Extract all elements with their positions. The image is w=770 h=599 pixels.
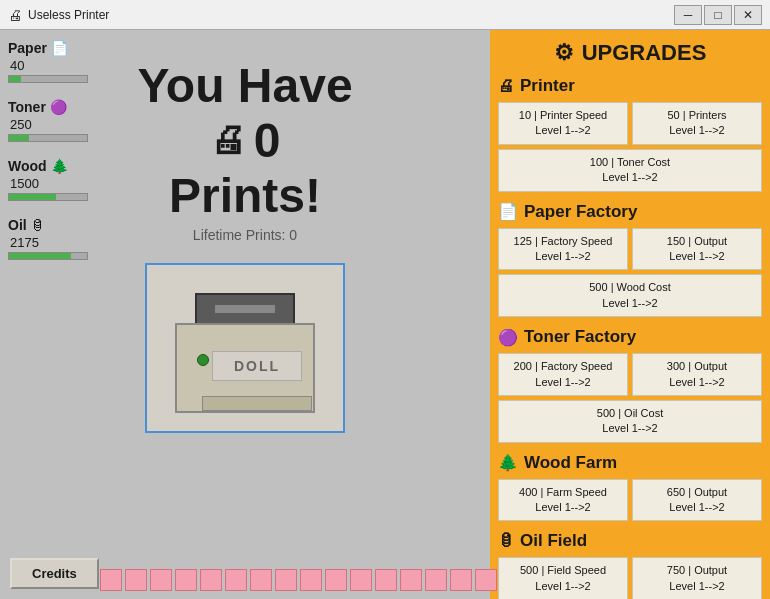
section-wood-label: Wood Farm [524, 453, 617, 473]
pink-box [350, 569, 372, 591]
printer-upgrade-grid: 10 | Printer SpeedLevel 1-->2 50 | Print… [498, 102, 762, 145]
toner-upgrade-grid-2: 500 | Oil CostLevel 1-->2 [498, 400, 762, 443]
printer-body: DOLL [175, 323, 315, 413]
paper-bar-bg [8, 75, 88, 83]
bottom-boxes [100, 569, 497, 591]
title-bar: 🖨 Useless Printer ─ □ ✕ [0, 0, 770, 30]
upgrade-section-oil-field: 🛢 Oil Field 500 | Field SpeedLevel 1-->2… [498, 531, 762, 599]
wood-bar-bg [8, 193, 88, 201]
paper-factory-speed-upgrade[interactable]: 125 | Factory SpeedLevel 1-->2 [498, 228, 628, 271]
oil-bar-bg [8, 252, 88, 260]
pink-box [250, 569, 272, 591]
resource-wood: Wood 🌲 1500 [8, 158, 88, 201]
printer-speed-upgrade[interactable]: 10 | Printer SpeedLevel 1-->2 [498, 102, 628, 145]
upgrades-label: UPGRADES [582, 40, 707, 66]
prints-label: Prints! [137, 168, 352, 223]
pixel-printer: DOLL [165, 283, 325, 413]
upgrades-title: ⚙ UPGRADES [498, 40, 762, 66]
paper-bar-fill [9, 76, 21, 82]
wood-icon: 🌲 [51, 158, 68, 174]
minimize-button[interactable]: ─ [674, 5, 702, 25]
wood-upgrade-grid: 400 | Farm SpeedLevel 1-->2 650 | Output… [498, 479, 762, 522]
section-wood-icon: 🌲 [498, 453, 518, 472]
section-paper-icon: 📄 [498, 202, 518, 221]
left-panel: Paper 📄 40 Toner 🟣 250 [0, 30, 490, 599]
printer-upgrade-grid-2: 100 | Toner CostLevel 1-->2 [498, 149, 762, 192]
main-container: Paper 📄 40 Toner 🟣 250 [0, 30, 770, 599]
printer-image-area: DOLL [145, 263, 345, 433]
upgrade-section-paper-factory: 📄 Paper Factory 125 | Factory SpeedLevel… [498, 202, 762, 318]
toner-cost-upgrade[interactable]: 100 | Toner CostLevel 1-->2 [498, 149, 762, 192]
printers-count-upgrade[interactable]: 50 | PrintersLevel 1-->2 [632, 102, 762, 145]
resources-panel: Paper 📄 40 Toner 🟣 250 [8, 40, 88, 260]
upgrade-section-toner-factory: 🟣 Toner Factory 200 | Factory SpeedLevel… [498, 327, 762, 443]
printer-power-button [197, 354, 209, 366]
maximize-button[interactable]: □ [704, 5, 732, 25]
pink-box [375, 569, 397, 591]
pink-box [275, 569, 297, 591]
toner-factory-speed-upgrade[interactable]: 200 | Factory SpeedLevel 1-->2 [498, 353, 628, 396]
section-toner-title: 🟣 Toner Factory [498, 327, 762, 347]
oil-bar-fill [9, 253, 71, 259]
app-icon: 🖨 [8, 7, 22, 23]
printer-slot [215, 305, 275, 313]
pink-box [225, 569, 247, 591]
you-have-prints: You Have 🖨 0 Prints! Lifetime Prints: 0 [137, 60, 352, 243]
paper-upgrade-grid: 125 | Factory SpeedLevel 1-->2 150 | Out… [498, 228, 762, 271]
pink-box [400, 569, 422, 591]
toner-bar-fill [9, 135, 29, 141]
pink-box [450, 569, 472, 591]
credits-button[interactable]: Credits [10, 558, 99, 589]
upgrades-panel: ⚙ UPGRADES 🖨 Printer 10 | Printer SpeedL… [490, 30, 770, 599]
wood-farm-speed-upgrade[interactable]: 400 | Farm SpeedLevel 1-->2 [498, 479, 628, 522]
printer-count-icon: 🖨 [210, 119, 246, 161]
wood-bar-fill [9, 194, 56, 200]
pink-box [125, 569, 147, 591]
section-oil-icon: 🛢 [498, 532, 514, 550]
section-toner-icon: 🟣 [498, 328, 518, 347]
section-printer-icon: 🖨 [498, 77, 514, 95]
app-title: Useless Printer [28, 8, 109, 22]
resource-oil: Oil 🛢 2175 [8, 217, 88, 260]
oil-field-speed-upgrade[interactable]: 500 | Field SpeedLevel 1-->2 [498, 557, 628, 599]
section-wood-title: 🌲 Wood Farm [498, 453, 762, 473]
section-oil-label: Oil Field [520, 531, 587, 551]
oil-cost-upgrade[interactable]: 500 | Oil CostLevel 1-->2 [498, 400, 762, 443]
pink-box [475, 569, 497, 591]
oil-icon: 🛢 [31, 217, 45, 233]
paper-icon: 📄 [51, 40, 68, 56]
print-count-value: 0 [254, 113, 281, 168]
section-printer-title: 🖨 Printer [498, 76, 762, 96]
section-paper-title: 📄 Paper Factory [498, 202, 762, 222]
toner-output-upgrade[interactable]: 300 | OutputLevel 1-->2 [632, 353, 762, 396]
toner-upgrade-grid: 200 | Factory SpeedLevel 1-->2 300 | Out… [498, 353, 762, 396]
wood-cost-upgrade[interactable]: 500 | Wood CostLevel 1-->2 [498, 274, 762, 317]
resource-toner: Toner 🟣 250 [8, 99, 88, 142]
section-toner-label: Toner Factory [524, 327, 636, 347]
oil-output-upgrade[interactable]: 750 | OutputLevel 1-->2 [632, 557, 762, 599]
you-have-label: You Have [137, 60, 352, 113]
upgrades-gear-icon: ⚙ [554, 40, 574, 66]
print-count-row: 🖨 0 [137, 113, 352, 168]
section-paper-label: Paper Factory [524, 202, 637, 222]
printer-label: DOLL [212, 351, 302, 381]
pink-box [175, 569, 197, 591]
section-oil-title: 🛢 Oil Field [498, 531, 762, 551]
oil-upgrade-grid: 500 | Field SpeedLevel 1-->2 750 | Outpu… [498, 557, 762, 599]
upgrade-section-wood-farm: 🌲 Wood Farm 400 | Farm SpeedLevel 1-->2 … [498, 453, 762, 522]
paper-output-upgrade[interactable]: 150 | OutputLevel 1-->2 [632, 228, 762, 271]
pink-box [325, 569, 347, 591]
pink-box [100, 569, 122, 591]
resource-paper: Paper 📄 40 [8, 40, 88, 83]
printer-output-tray [202, 396, 312, 411]
close-button[interactable]: ✕ [734, 5, 762, 25]
pink-box [200, 569, 222, 591]
toner-bar-bg [8, 134, 88, 142]
pink-box [150, 569, 172, 591]
section-printer-label: Printer [520, 76, 575, 96]
window-controls: ─ □ ✕ [674, 5, 762, 25]
upgrade-section-printer: 🖨 Printer 10 | Printer SpeedLevel 1-->2 … [498, 76, 762, 192]
wood-output-upgrade[interactable]: 650 | OutputLevel 1-->2 [632, 479, 762, 522]
toner-icon: 🟣 [50, 99, 67, 115]
paper-upgrade-grid-2: 500 | Wood CostLevel 1-->2 [498, 274, 762, 317]
